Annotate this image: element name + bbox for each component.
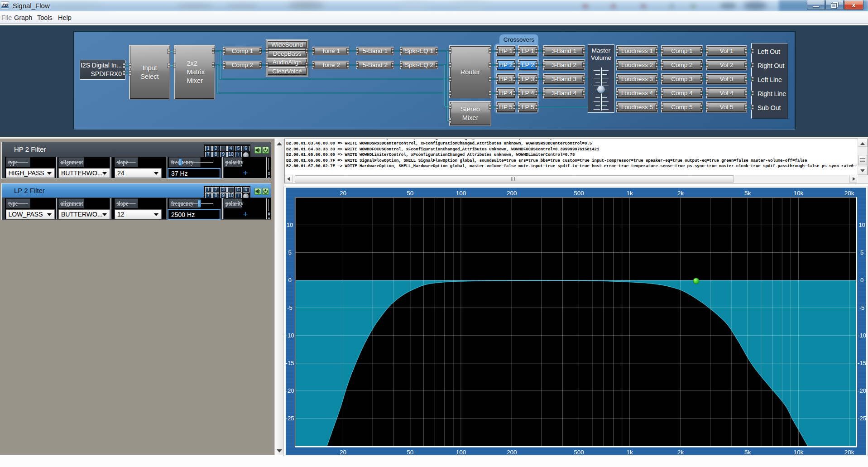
svg-text:-20: -20 [858, 387, 866, 394]
svg-text:-15: -15 [858, 360, 866, 366]
svg-text:100: 100 [456, 190, 466, 197]
svg-text:-25: -25 [858, 415, 866, 422]
svg-text:5k: 5k [744, 190, 751, 197]
svg-text:-15: -15 [286, 360, 294, 366]
svg-text:20: 20 [340, 190, 346, 197]
svg-text:10: 10 [858, 221, 865, 228]
svg-text:500: 500 [574, 190, 584, 197]
svg-text:-10: -10 [286, 332, 294, 339]
svg-text:100: 100 [456, 449, 466, 456]
svg-text:0: 0 [288, 277, 291, 284]
svg-text:20k: 20k [844, 449, 854, 456]
svg-text:-5: -5 [287, 304, 293, 311]
svg-text:1k: 1k [627, 449, 633, 456]
svg-text:5: 5 [288, 249, 291, 256]
svg-text:-5: -5 [859, 304, 865, 311]
svg-text:10: 10 [287, 221, 293, 228]
svg-text:-10: -10 [858, 332, 866, 339]
svg-text:50: 50 [407, 449, 413, 456]
svg-text:-20: -20 [286, 387, 294, 394]
svg-text:2k: 2k [677, 190, 684, 197]
svg-text:5: 5 [860, 249, 863, 256]
svg-text:5k: 5k [744, 449, 751, 456]
svg-text:200: 200 [507, 190, 517, 197]
svg-text:50: 50 [407, 190, 413, 197]
svg-text:1k: 1k [627, 190, 633, 197]
svg-text:200: 200 [507, 449, 517, 456]
svg-text:20k: 20k [844, 190, 854, 197]
svg-text:-25: -25 [286, 415, 294, 422]
svg-text:10k: 10k [794, 190, 804, 197]
svg-text:10k: 10k [794, 449, 804, 456]
svg-text:20: 20 [340, 449, 346, 456]
svg-text:0: 0 [860, 277, 863, 284]
svg-text:2k: 2k [677, 449, 684, 456]
svg-text:500: 500 [574, 449, 584, 456]
